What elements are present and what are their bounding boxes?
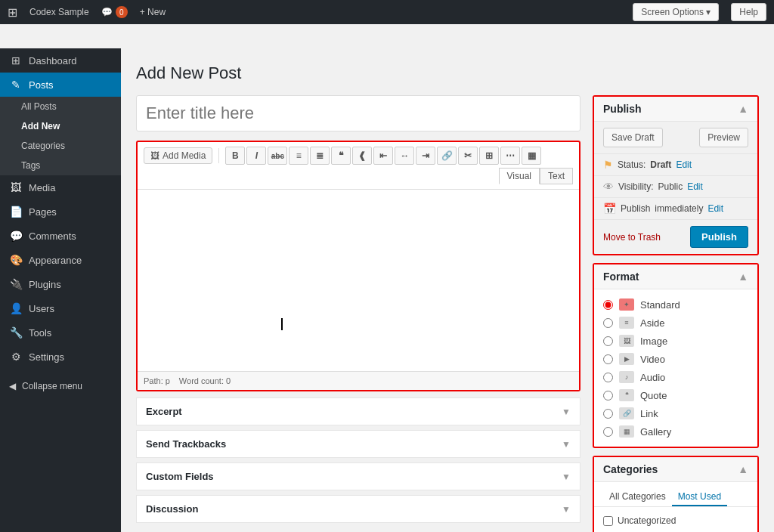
posts-icon: ✎	[9, 79, 23, 91]
sidebar-item-appearance[interactable]: 🎨 Appearance	[0, 248, 121, 272]
screen-options-button[interactable]: Screen Options ▾	[633, 3, 719, 21]
sidebar-item-pages[interactable]: 📄 Pages	[0, 200, 121, 224]
editor-wrap: 🖼 Add Media B I abc ≡ ≣ ❝ ❰ ⇤	[136, 141, 580, 391]
comments-count: 0	[116, 6, 128, 18]
image-format-icon: 🖼	[619, 335, 634, 347]
format-toggle-icon[interactable]: ▲	[738, 271, 748, 283]
publish-date-row: 📅 Publish immediately Edit	[594, 198, 757, 220]
page-title: Add New Post	[136, 63, 759, 83]
sidebar-item-posts[interactable]: ✎ Posts	[0, 73, 121, 97]
preview-button[interactable]: Preview	[699, 128, 748, 147]
trackbacks-title: Send Trackbacks	[146, 438, 226, 450]
excerpt-header[interactable]: Excerpt ▼	[137, 398, 580, 425]
sidebar-item-all-posts[interactable]: All Posts	[0, 97, 121, 116]
status-edit-link[interactable]: Edit	[676, 159, 692, 170]
format-label-link: Link	[640, 408, 658, 419]
most-used-tab[interactable]: Most Used	[672, 488, 727, 506]
visibility-edit-link[interactable]: Edit	[687, 181, 703, 192]
admin-bar-right: Screen Options ▾ Help	[633, 3, 766, 21]
format-radio-image[interactable]	[603, 336, 613, 346]
wp-logo-icon[interactable]: ⊞	[8, 5, 17, 20]
add-media-button[interactable]: 🖼 Add Media	[144, 147, 212, 164]
trackbacks-box: Send Trackbacks ▼	[136, 430, 580, 458]
sidebar-item-users[interactable]: 👤 Users	[0, 296, 121, 320]
categories-tabs: All Categories Most Used	[594, 482, 757, 507]
media-icon: 🖼	[9, 181, 23, 193]
help-button[interactable]: Help	[731, 3, 766, 21]
category-checkbox-uncategorized[interactable]	[603, 516, 613, 526]
format-label-gallery: Gallery	[640, 426, 671, 438]
sidebar-item-comments[interactable]: 💬 Comments	[0, 224, 121, 248]
dashboard-icon: ⊞	[9, 54, 23, 66]
align-center-button[interactable]: ↔	[395, 147, 414, 165]
format-radio-link[interactable]	[603, 409, 613, 419]
format-radio-aside[interactable]	[603, 318, 613, 328]
sidebar-item-media[interactable]: 🖼 Media	[0, 175, 121, 200]
code-button[interactable]: ❰	[352, 147, 372, 165]
all-categories-tab[interactable]: All Categories	[603, 488, 672, 506]
excerpt-toggle-icon: ▼	[562, 407, 571, 417]
format-radio-standard[interactable]	[603, 300, 613, 310]
editor-tabs: Visual Text	[499, 168, 573, 184]
format-radio-quote[interactable]	[603, 391, 613, 401]
comments-link[interactable]: 💬 0	[101, 6, 128, 18]
sidebar-item-dashboard[interactable]: ⊞ Dashboard	[0, 48, 121, 73]
discussion-header[interactable]: Discussion ▼	[137, 496, 580, 522]
unordered-list-button[interactable]: ≡	[289, 147, 308, 165]
publish-button[interactable]: Publish	[690, 226, 748, 248]
sidebar-menu: ⊞ Dashboard ✎ Posts All Posts Add New Ca…	[0, 48, 121, 369]
format-radio-gallery[interactable]	[603, 427, 613, 437]
site-name[interactable]: Codex Sample	[29, 7, 89, 17]
admin-bar: ⊞ Codex Sample 💬 0 + New Screen Options …	[0, 0, 774, 24]
visual-tab[interactable]: Visual	[499, 168, 540, 184]
format-option-gallery: ▦ Gallery	[603, 422, 748, 441]
sidebar-item-tags[interactable]: Tags	[0, 156, 121, 175]
sidebar-item-categories[interactable]: Categories	[0, 136, 121, 156]
word-count: Word count: 0	[179, 376, 231, 385]
strikethrough-button[interactable]: abc	[268, 147, 287, 165]
format-radio-audio[interactable]	[603, 373, 613, 382]
link-button[interactable]: 🔗	[437, 147, 457, 165]
sidebar: ⊞ Dashboard ✎ Posts All Posts Add New Ca…	[0, 48, 121, 532]
publish-toggle-icon[interactable]: ▲	[738, 103, 748, 115]
italic-button[interactable]: I	[246, 147, 266, 165]
date-edit-link[interactable]: Edit	[707, 203, 723, 214]
format-radio-video[interactable]	[603, 354, 613, 364]
table-button[interactable]: ▦	[522, 147, 541, 165]
ordered-list-button[interactable]: ≣	[310, 147, 330, 165]
content-sidebar: Publish ▲ Save Draft Preview ⚑ Status: D…	[593, 95, 759, 532]
sidebar-item-tools[interactable]: 🔧 Tools	[0, 320, 121, 345]
move-to-trash-button[interactable]: Move to Trash	[603, 232, 661, 243]
add-media-label: Add Media	[163, 150, 206, 161]
content-main: 🖼 Add Media B I abc ≡ ≣ ❝ ❰ ⇤	[136, 95, 580, 532]
trackbacks-header[interactable]: Send Trackbacks ▼	[137, 431, 580, 457]
sidebar-label-appearance: Appearance	[29, 255, 82, 266]
post-title-input[interactable]	[136, 95, 580, 131]
align-right-button[interactable]: ⇥	[416, 147, 435, 165]
sidebar-item-add-new[interactable]: Add New	[0, 116, 121, 136]
fullscreen-button[interactable]: ⊞	[479, 147, 499, 165]
blockquote-button[interactable]: ❝	[331, 147, 351, 165]
categories-toggle-icon[interactable]: ▲	[738, 463, 748, 475]
audio-icon: ♪	[619, 371, 634, 383]
categories-list: Uncategorized	[594, 507, 757, 532]
sidebar-item-plugins[interactable]: 🔌 Plugins	[0, 272, 121, 296]
categories-box-title: Categories	[603, 463, 658, 475]
comments-nav-icon: 💬	[9, 230, 23, 242]
sidebar-label-plugins: Plugins	[29, 279, 61, 290]
save-draft-button[interactable]: Save Draft	[603, 128, 663, 147]
meta-boxes: Excerpt ▼ Send Trackbacks ▼ Custom Field…	[136, 397, 580, 523]
more-button[interactable]: ⋯	[500, 147, 520, 165]
sidebar-label-media: Media	[29, 182, 55, 193]
sidebar-label-tools: Tools	[29, 327, 51, 339]
align-left-button[interactable]: ⇤	[373, 147, 393, 165]
plugins-icon: 🔌	[9, 278, 23, 290]
bold-button[interactable]: B	[225, 147, 245, 165]
custom-fields-header[interactable]: Custom Fields ▼	[137, 463, 580, 490]
new-post-link[interactable]: + New	[140, 7, 166, 17]
editor-body[interactable]	[138, 190, 579, 371]
collapse-menu-button[interactable]: ◀ Collapse menu	[0, 375, 121, 397]
sidebar-item-settings[interactable]: ⚙ Settings	[0, 345, 121, 369]
unlink-button[interactable]: ✂	[458, 147, 478, 165]
text-tab[interactable]: Text	[540, 168, 573, 184]
